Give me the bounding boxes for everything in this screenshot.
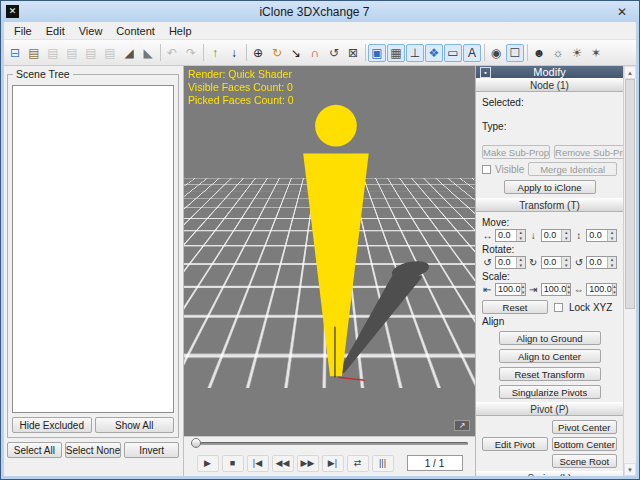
shadow-toggle-icon[interactable]: ☻ xyxy=(530,44,548,62)
titlebar[interactable]: ✕ iClone 3DXchange 7 ✕ xyxy=(1,1,639,22)
go-end-button[interactable]: ▶| xyxy=(322,455,344,472)
scale-z-spinner[interactable]: 100.0▴▾ xyxy=(586,283,617,296)
scrollbar-up-icon[interactable]: ▲ xyxy=(624,66,636,79)
sun-light-icon[interactable]: ☀ xyxy=(568,44,586,62)
apply-to-iclone-button[interactable]: Apply to iClone xyxy=(504,180,596,194)
hide-excluded-button[interactable]: Hide Excluded xyxy=(12,417,92,433)
axis-toggle-icon[interactable]: ⊥ xyxy=(406,44,424,62)
label-toggle-icon[interactable]: A xyxy=(463,44,481,62)
reset-view-icon[interactable]: ↺ xyxy=(325,44,343,62)
move-x-spinner[interactable]: 0.0▴▾ xyxy=(495,229,526,242)
select-all-button[interactable]: Select All xyxy=(7,442,62,458)
edit-pivot-button[interactable]: Edit Pivot xyxy=(482,437,548,451)
prev-frame-button[interactable]: ◀◀ xyxy=(272,455,294,472)
move-z-icon: ↕ xyxy=(573,230,584,241)
spinner-down-icon[interactable]: ▾ xyxy=(522,290,525,296)
visible-checkbox[interactable] xyxy=(482,165,491,174)
open-file-icon[interactable]: ▤ xyxy=(25,44,43,62)
singularize-pivots-button[interactable]: Singularize Pivots xyxy=(499,385,601,399)
spinner-down-icon[interactable]: ▾ xyxy=(613,290,616,296)
align-label: Align xyxy=(482,316,617,327)
section-header-transform[interactable]: Transform (T) xyxy=(476,198,623,212)
next-frame-button[interactable]: ▶▶ xyxy=(297,455,319,472)
export-icon[interactable]: ↓ xyxy=(225,44,243,62)
pivot-center-button[interactable]: Pivot Center xyxy=(552,420,618,434)
scale-y-spinner[interactable]: 100.0▴▾ xyxy=(541,283,572,296)
rotate-tool-icon[interactable]: ↻ xyxy=(268,44,286,62)
visible-row: Visible Merge Identical xyxy=(482,162,617,176)
section-header-node[interactable]: Node (1) xyxy=(476,78,623,92)
bottom-center-button[interactable]: Bottom Center xyxy=(552,437,618,451)
move-tool-icon[interactable]: ⊕ xyxy=(249,44,267,62)
spinner-down-icon[interactable]: ▾ xyxy=(608,263,616,269)
grid-toggle-icon[interactable]: ▦ xyxy=(387,44,405,62)
reset-transform-button[interactable]: Reset Transform xyxy=(499,367,601,381)
import-icon[interactable]: ↑ xyxy=(206,44,224,62)
loop-button[interactable]: ⇄ xyxy=(347,455,369,472)
scale-x-spinner[interactable]: 100.0▴▾ xyxy=(495,283,526,296)
viewport-expand-icon[interactable]: ↗ xyxy=(454,420,470,431)
camera-toggle-icon[interactable]: ▭ xyxy=(444,44,462,62)
lock-xyz-checkbox[interactable] xyxy=(554,303,563,312)
render-info-overlay: Render: Quick Shader Visible Faces Count… xyxy=(188,68,294,107)
send-to-iclone-icon[interactable]: ◣ xyxy=(139,44,157,62)
rotate-z-icon: ↺ xyxy=(573,257,584,268)
scrollbar-down-icon[interactable]: ▼ xyxy=(624,463,636,476)
menu-file[interactable]: File xyxy=(7,23,39,39)
viewport-3d[interactable]: Render: Quick Shader Visible Faces Count… xyxy=(184,66,475,436)
close-button[interactable]: ✕ xyxy=(605,5,639,19)
scrollbar-thumb[interactable] xyxy=(625,79,635,309)
scale-tool-icon[interactable]: ↘ xyxy=(287,44,305,62)
spinner-down-icon[interactable]: ▾ xyxy=(562,236,570,242)
transform-rows: Move:↔0.0▴▾↓0.0▴▾↕0.0▴▾Rotate:↺0.0▴▾↻0.0… xyxy=(482,217,617,296)
scene-manager-icon[interactable]: ⊟ xyxy=(6,44,24,62)
normals-toggle-icon[interactable]: ▣ xyxy=(368,44,386,62)
move-y-spinner[interactable]: 0.0▴▾ xyxy=(541,229,572,242)
apply-to-iclone-icon[interactable]: ◢ xyxy=(120,44,138,62)
rotate-y-spinner[interactable]: 0.0▴▾ xyxy=(541,256,572,269)
spinner-down-icon[interactable]: ▾ xyxy=(567,290,570,296)
pin-toggle-icon[interactable]: ❖ xyxy=(425,44,443,62)
menu-help[interactable]: Help xyxy=(162,23,199,39)
stop-button[interactable]: ■ xyxy=(222,455,244,472)
spinner-down-icon[interactable]: ▾ xyxy=(608,236,616,242)
panel-dock-icon[interactable]: ▪ xyxy=(480,67,491,78)
lock-xyz-label: Lock XYZ xyxy=(569,302,612,313)
menu-content[interactable]: Content xyxy=(109,23,162,39)
menu-edit[interactable]: Edit xyxy=(39,23,72,39)
timeline-thumb[interactable] xyxy=(191,438,201,448)
snap-tool-icon[interactable]: ∩ xyxy=(306,44,324,62)
speed-button[interactable]: ||| xyxy=(372,455,394,472)
globe-icon[interactable]: ◉ xyxy=(487,44,505,62)
reset-button[interactable]: Reset xyxy=(482,300,548,314)
subprop-button-row: Make Sub-Prop Remove Sub-Prop xyxy=(482,145,617,159)
show-all-button[interactable]: Show All xyxy=(95,417,175,433)
marquee-select-icon[interactable]: ☐ xyxy=(506,44,524,62)
scale-row: ⇤100.0▴▾⇥100.0▴▾⇔100.0▴▾ xyxy=(482,283,617,296)
invert-button[interactable]: Invert xyxy=(124,442,179,458)
spinner-down-icon[interactable]: ▾ xyxy=(562,263,570,269)
scene-tree-list[interactable] xyxy=(12,85,174,413)
timeline-bar xyxy=(184,436,475,450)
select-none-button[interactable]: Select None xyxy=(65,442,121,458)
face-pick-icon[interactable]: ⊠ xyxy=(344,44,362,62)
play-button[interactable]: ▶ xyxy=(197,455,219,472)
scene-root-button[interactable]: Scene Root xyxy=(552,454,618,468)
go-start-button[interactable]: |◀ xyxy=(247,455,269,472)
section-header-spring[interactable]: Spring (L) xyxy=(476,471,623,476)
spinner-down-icon[interactable]: ▾ xyxy=(517,263,525,269)
frame-counter[interactable]: 1 / 1 xyxy=(407,455,463,471)
section-header-pivot[interactable]: Pivot (P) xyxy=(476,402,623,416)
panel-scrollbar[interactable]: ▲ ▼ xyxy=(623,66,636,476)
align-to-center-button[interactable]: Align to Center xyxy=(499,349,601,363)
light-toggle-icon[interactable]: ☼ xyxy=(549,44,567,62)
timeline-track[interactable] xyxy=(191,442,468,445)
align-to-ground-button[interactable]: Align to Ground xyxy=(499,331,601,345)
rotate-x-spinner[interactable]: 0.0▴▾ xyxy=(495,256,526,269)
transport-bar: ▶ ■ |◀ ◀◀ ▶▶ ▶| ⇄ ||| 1 / 1 xyxy=(184,450,475,476)
spinner-down-icon[interactable]: ▾ xyxy=(517,236,525,242)
move-z-spinner[interactable]: 0.0▴▾ xyxy=(586,229,617,242)
rotate-z-spinner[interactable]: 0.0▴▾ xyxy=(586,256,617,269)
menu-view[interactable]: View xyxy=(72,23,110,39)
ambient-light-icon[interactable]: ✶ xyxy=(587,44,605,62)
